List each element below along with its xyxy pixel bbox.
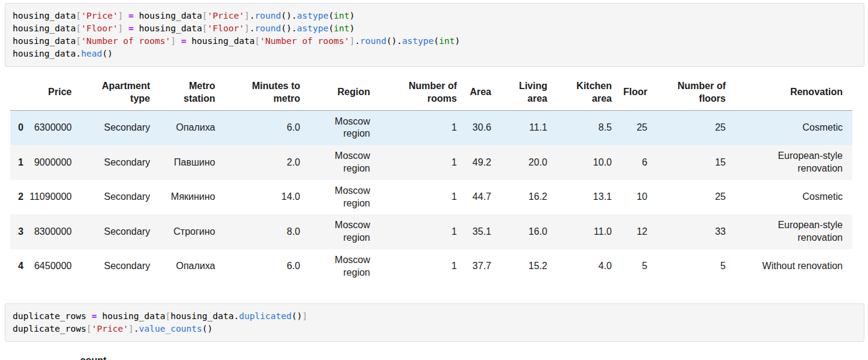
code-line: housing_data['Number of rooms'] = housin… (13, 35, 857, 48)
table-cell: 4.0 (557, 249, 621, 284)
table-cell: Cosmetic (735, 180, 852, 215)
column-header: Living area (501, 75, 557, 110)
table-row[interactable]: 46450000SecondaryОпалиха6.0Moscow region… (10, 249, 852, 284)
table-row[interactable]: 19000000SecondaryПавшино2.0Moscow region… (10, 145, 852, 180)
table-cell: Опалиха (160, 110, 225, 145)
column-header: Price (28, 75, 81, 110)
table-cell: 1 (380, 180, 467, 215)
column-header: Kitchen area (557, 75, 621, 110)
dataframe-output: PriceApartment typeMetro stationMinutes … (10, 75, 868, 284)
table-cell: 5 (657, 249, 735, 284)
table-cell: 6450000 (28, 249, 81, 284)
table-cell: 25 (657, 180, 735, 215)
table-cell: 15 (657, 145, 735, 180)
column-header: Area (467, 75, 501, 110)
table-cell: Without renovation (735, 249, 852, 284)
table-cell: 33 (657, 214, 735, 249)
column-header: Renovation (735, 75, 852, 110)
table-cell: 35.1 (467, 214, 501, 249)
table-cell: 6 (621, 145, 657, 180)
table-cell: 5 (621, 249, 657, 284)
code-line: housing_data['Price'] = housing_data['Pr… (13, 10, 857, 22)
table-cell: Строгино (160, 214, 225, 249)
table-cell: 10 (621, 180, 657, 215)
table-row[interactable]: 06300000SecondaryОпалиха6.0Moscow region… (10, 110, 852, 145)
table-cell: Павшино (160, 145, 225, 180)
column-header: Number of rooms (380, 75, 467, 110)
table-cell: 8.5 (557, 110, 621, 145)
table-cell: 11090000 (28, 180, 81, 215)
table-cell: 1 (380, 110, 467, 145)
table-cell: Moscow region (310, 110, 380, 145)
row-index: 1 (10, 145, 28, 180)
table-cell: 1 (380, 145, 467, 180)
table-cell: Secondary (81, 110, 160, 145)
table-cell: 14.0 (225, 180, 310, 215)
row-index: 0 (10, 110, 28, 145)
table-cell: Cosmetic (735, 110, 852, 145)
table-cell: 1 (380, 214, 467, 249)
table-cell: Secondary (81, 214, 160, 249)
table-cell: European-style renovation (735, 145, 852, 180)
table-cell: 11.0 (557, 214, 621, 249)
table-cell: 6300000 (28, 110, 81, 145)
row-index: 4 (10, 249, 28, 284)
column-header: Region (310, 75, 380, 110)
table-cell: 6.0 (225, 249, 310, 284)
table-cell: Secondary (81, 180, 160, 215)
table-cell: 25 (621, 110, 657, 145)
table-cell: Moscow region (310, 249, 380, 284)
table-cell: Мякинино (160, 180, 225, 215)
table-cell: 8.0 (225, 214, 310, 249)
code-line: duplicate_rows['Price'].value_counts() (13, 323, 857, 335)
table-row[interactable]: 38300000SecondaryСтрогино8.0Moscow regio… (10, 214, 852, 249)
code-cell-input-2[interactable]: duplicate_rows = housing_data[housing_da… (5, 303, 864, 342)
table-cell: European-style renovation (735, 214, 852, 249)
table-cell: 30.6 (467, 110, 501, 145)
value-counts-count-header: count (80, 355, 868, 360)
code-line: housing_data.head() (13, 48, 857, 60)
row-index: 2 (10, 180, 28, 215)
table-row[interactable]: 211090000SecondaryМякинино14.0Moscow reg… (10, 180, 852, 215)
table-cell: 13.1 (557, 180, 621, 215)
table-cell: 10.0 (557, 145, 621, 180)
table-cell: Moscow region (310, 145, 380, 180)
table-cell: Moscow region (310, 180, 380, 215)
table-cell: 8300000 (28, 214, 81, 249)
table-cell: 16.0 (501, 214, 557, 249)
table-cell: Опалиха (160, 249, 225, 284)
table-cell: 11.1 (501, 110, 557, 145)
table-cell: Moscow region (310, 214, 380, 249)
table-cell: 12 (621, 214, 657, 249)
table-cell: 20.0 (501, 145, 557, 180)
column-header: Minutes to metro (225, 75, 310, 110)
table-cell: Secondary (81, 249, 160, 284)
table-cell: 2.0 (225, 145, 310, 180)
table-cell: 44.7 (467, 180, 501, 215)
table-cell: Secondary (81, 145, 160, 180)
index-header (10, 75, 28, 110)
table-cell: 25 (657, 110, 735, 145)
column-header: Number of floors (657, 75, 735, 110)
code-cell-input-1[interactable]: housing_data['Price'] = housing_data['Pr… (5, 3, 864, 67)
table-cell: 1 (380, 249, 467, 284)
table-cell: 16.2 (501, 180, 557, 215)
column-header: Apartment type (81, 75, 160, 110)
table-cell: 6.0 (225, 110, 310, 145)
table-cell: 9000000 (28, 145, 81, 180)
dataframe-table: PriceApartment typeMetro stationMinutes … (10, 75, 852, 284)
table-cell: 49.2 (467, 145, 501, 180)
row-index: 3 (10, 214, 28, 249)
code-line: duplicate_rows = housing_data[housing_da… (13, 310, 857, 323)
code-line: housing_data['Floor'] = housing_data['Fl… (13, 22, 857, 35)
column-header: Metro station (160, 75, 225, 110)
column-header: Floor (621, 75, 657, 110)
table-cell: 15.2 (501, 249, 557, 284)
header-row: PriceApartment typeMetro stationMinutes … (10, 75, 852, 110)
table-cell: 37.7 (467, 249, 501, 284)
